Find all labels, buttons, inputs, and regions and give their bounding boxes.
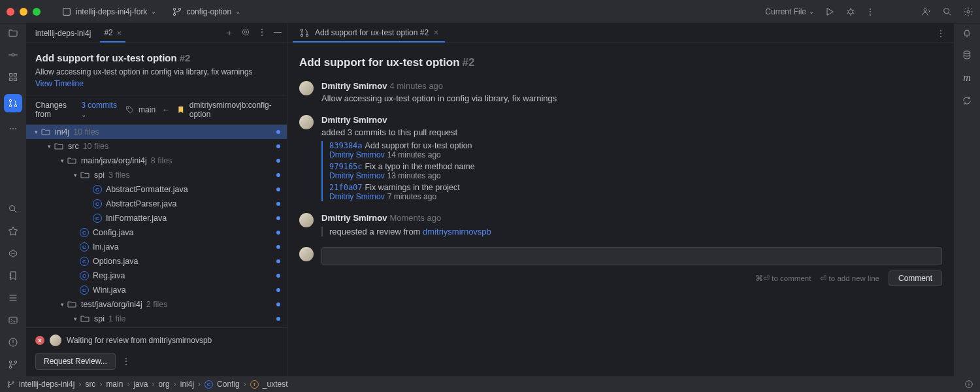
maximize-window-icon[interactable] [33,8,41,16]
commit-hash[interactable]: 979165c [329,162,363,171]
commit-hash[interactable]: 21f0a07 [329,183,363,192]
bookmarks-tool-icon[interactable] [8,270,18,281]
database-icon[interactable] [962,50,972,60]
breadcrumb-item[interactable]: org [158,380,169,389]
commit-author[interactable]: Dmitriy Smirnov [329,171,385,180]
run-tool-icon[interactable] [8,226,18,237]
more-tools-icon[interactable]: ⋯ [9,124,17,133]
minimize-window-icon[interactable] [20,8,27,16]
close-icon[interactable]: × [434,28,438,37]
commit-row[interactable]: 839384aAdd support for ux-test optionDmi… [329,141,942,159]
breadcrumb-item[interactable]: src [85,380,95,389]
tree-file[interactable]: CAbstractParser.java [26,197,287,211]
commit-row[interactable]: 979165cFix a typo in the method nameDmit… [329,162,942,180]
commit-author[interactable]: Dmitriy Smirnov [329,150,385,159]
view-timeline-link[interactable]: View Timeline [35,79,278,88]
svg-point-4 [849,9,853,14]
field-icon: f [250,380,259,389]
chevron-down-icon: ▾ [44,143,54,150]
more-icon[interactable]: ⋮ [937,29,949,38]
breadcrumb-item[interactable]: main [106,380,123,389]
head-branch[interactable]: dmitriysmirnovjb:config-option [189,101,278,119]
tree-file[interactable]: CIniFormatter.java [26,211,287,225]
tree-file[interactable]: CAbstractFormatter.java [26,182,287,197]
terminal-tool-icon[interactable] [8,315,18,325]
svg-point-1 [174,8,176,10]
branch-icon [7,380,15,389]
commit-tool-icon[interactable] [8,50,18,60]
close-icon[interactable]: × [117,28,122,38]
reviewer-link[interactable]: dmitriysmirnovspb [423,227,491,237]
tree-file-new[interactable]: CUnicodeInputStreamReaderTest.java [26,326,287,327]
tree-folder-spi[interactable]: ▾ spi3 files [26,168,287,182]
breadcrumb-item[interactable]: java [133,380,148,389]
settings-icon[interactable] [963,7,973,17]
problems-tool-icon[interactable] [8,337,18,348]
tree-file[interactable]: COptions.java [26,254,287,269]
search-tool-icon[interactable] [8,204,18,214]
comment-button[interactable]: Comment [889,270,942,286]
search-icon[interactable] [942,7,953,17]
run-config-selector[interactable]: Current File ⌄ [765,7,814,16]
editor-tab-active[interactable]: Add support for ux-test option #2 × [293,24,445,42]
tree-file[interactable]: CReg.java [26,269,287,283]
tree-file[interactable]: CConfig.java [26,225,287,240]
breadcrumb-item[interactable]: intellij-deps-ini4j [19,380,74,389]
breadcrumb-item[interactable]: _uxtest [263,380,288,389]
class-icon: C [93,185,102,194]
request-review-button[interactable]: Request Review... [35,353,116,370]
project-tool-icon[interactable] [8,27,18,38]
tree-folder-main[interactable]: ▾ main/java/org/ini4j8 files [26,154,287,168]
class-icon: C [80,286,89,295]
pr-crumb-project[interactable]: intellij-deps-ini4j [31,29,95,38]
info-icon[interactable] [964,380,973,389]
breadcrumb-item[interactable]: Config [217,380,240,389]
services-tool-icon[interactable] [8,248,18,259]
right-toolbar: m [954,24,980,376]
pull-requests-tool-icon[interactable] [4,94,22,112]
tree-folder-ini4j[interactable]: ▾ ini4j10 files [26,125,287,139]
changes-bar: Changes from 3 commits ⌄ main ← dmitriys… [26,95,287,125]
more-icon[interactable]: ⋮ [122,357,130,366]
breadcrumb-item[interactable]: ini4j [180,380,194,389]
titlebar-right: Current File ⌄ ⋮ [765,7,973,17]
tree-file[interactable]: CWini.java [26,283,287,297]
more-icon[interactable]: ⋮ [258,27,266,39]
vcs-tool-icon[interactable] [8,359,18,370]
change-dot-icon [276,274,280,278]
code-with-me-icon[interactable] [921,7,932,17]
run-config-label: Current File [765,7,806,16]
refresh-icon[interactable] [962,95,972,106]
minimize-icon[interactable]: — [274,27,282,39]
structure-tool-icon[interactable] [8,72,18,82]
svg-point-6 [944,8,949,13]
project-menu[interactable]: intellij-deps-ini4j-fork ⌄ [56,4,161,20]
maven-icon[interactable]: m [963,72,971,84]
branch-icon [172,7,182,17]
review-request-text: requested a review from dmitriysmirnovsp… [321,227,942,237]
pr-tab-active[interactable]: #2 × [100,24,125,42]
vcs-branch-menu[interactable]: config-option ⌄ [167,4,246,20]
add-icon[interactable]: ＋ [225,27,233,39]
tree-file[interactable]: CIni.java [26,240,287,254]
base-branch[interactable]: main [139,105,155,114]
commit-author[interactable]: Dmitriy Smirnov [329,192,385,201]
close-window-icon[interactable] [7,8,14,16]
commit-row[interactable]: 21f0a07Fix warnings in the projectDmitri… [329,183,942,201]
run-icon[interactable] [825,7,835,17]
commits-dropdown[interactable]: 3 commits ⌄ [81,101,118,119]
comment-input[interactable] [321,247,942,265]
tree-folder-spi[interactable]: ▾ spi1 file [26,312,287,326]
todo-tool-icon[interactable] [8,293,18,303]
svg-point-25 [301,29,302,31]
commit-hash[interactable]: 839384a [329,141,363,150]
class-icon: C [80,228,89,237]
svg-point-16 [10,206,15,211]
debug-icon[interactable] [845,7,856,17]
notifications-icon[interactable] [962,27,972,38]
target-icon[interactable] [241,27,250,37]
more-icon[interactable]: ⋮ [866,7,874,16]
tree-folder-src[interactable]: ▾ src10 files [26,139,287,154]
change-dot-icon [276,202,280,206]
tree-folder-test[interactable]: ▾ test/java/org/ini4j2 files [26,297,287,312]
